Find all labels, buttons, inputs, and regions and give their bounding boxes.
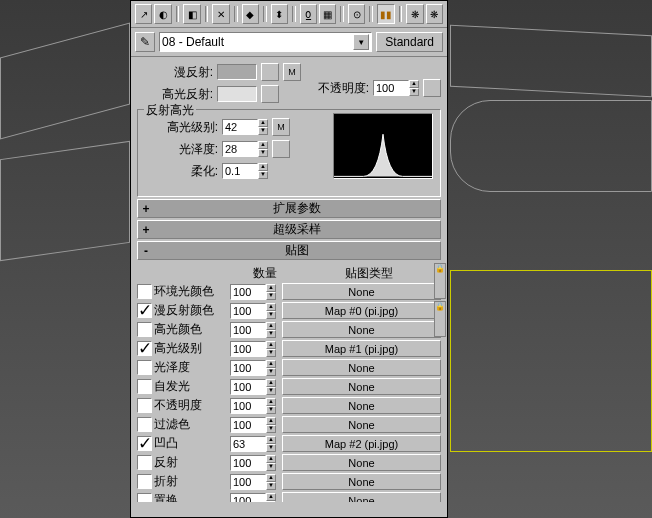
delete-icon[interactable]: ✕ — [212, 4, 229, 24]
opacity-label: 不透明度: — [318, 80, 369, 97]
map-amount-spinner[interactable]: ▲▼ — [230, 341, 280, 357]
rollout-extended[interactable]: + 扩展参数 — [137, 199, 441, 218]
lock-column: 🔒 🔒 — [434, 263, 444, 339]
map-row: 不透明度▲▼None — [137, 396, 441, 415]
material-name-combo[interactable]: 08 - Default ▼ — [159, 32, 372, 52]
map-slot-button[interactable]: None — [282, 378, 441, 395]
options-icon[interactable]: ⊙ — [348, 4, 365, 24]
map-row: 自发光▲▼None — [137, 377, 441, 396]
lock-icon[interactable]: 🔒 — [434, 263, 446, 299]
map-checkbox[interactable] — [137, 455, 152, 470]
glossiness-map-shortcut[interactable] — [272, 140, 290, 158]
map-checkbox[interactable] — [137, 322, 152, 337]
map-checkbox[interactable] — [137, 360, 152, 375]
lock-icon[interactable]: 🔒 — [434, 301, 446, 337]
map-label: 自发光 — [154, 378, 228, 395]
map-checkbox[interactable]: ✓ — [137, 303, 152, 318]
map-checkbox[interactable] — [137, 417, 152, 432]
rollout-maps[interactable]: - 贴图 — [137, 241, 441, 260]
make-unique-icon[interactable]: ◆ — [242, 4, 259, 24]
map-row: 高光颜色▲▼None — [137, 320, 441, 339]
show-end-result-icon[interactable]: ▮▮ — [377, 4, 394, 24]
map-slot-button[interactable]: None — [282, 492, 441, 502]
spec-level-label: 高光级别: — [146, 119, 218, 136]
plus-icon: + — [138, 223, 154, 237]
map-amount-spinner[interactable]: ▲▼ — [230, 474, 280, 490]
map-label: 高光级别 — [154, 340, 228, 357]
map-checkbox[interactable] — [137, 398, 152, 413]
map-row: 过滤色▲▼None — [137, 415, 441, 434]
map-checkbox[interactable] — [137, 474, 152, 489]
soften-label: 柔化: — [146, 163, 218, 180]
plus-icon: + — [138, 202, 154, 216]
map-amount-spinner[interactable]: ▲▼ — [230, 322, 280, 338]
diffuse-map-shortcut[interactable] — [261, 63, 279, 81]
map-row: 反射▲▼None — [137, 453, 441, 472]
spinner-down-icon[interactable]: ▼ — [409, 88, 419, 96]
map-checkbox[interactable] — [137, 493, 152, 502]
map-amount-spinner[interactable]: ▲▼ — [230, 436, 280, 452]
spinner-up-icon[interactable]: ▲ — [409, 80, 419, 88]
spec-level-spinner[interactable]: ▲▼ — [222, 119, 268, 135]
map-amount-spinner[interactable]: ▲▼ — [230, 360, 280, 376]
maps-rollout-body: 数量 贴图类型 环境光颜色▲▼None✓漫反射颜色▲▼Map #0 (pi.jp… — [137, 262, 441, 502]
put-to-scene-icon[interactable]: ◐ — [154, 4, 171, 24]
material-editor-panel: ↗ ◐ ◧ ✕ ◆ ⬍ 0̲ ▦ ⊙ ▮▮ ❋ ❋ ✎ 08 - Default… — [130, 0, 448, 518]
go-sibling-icon[interactable]: ❋ — [426, 4, 443, 24]
map-row: ✓凹凸▲▼Map #2 (pi.jpg) — [137, 434, 441, 453]
assign-icon[interactable]: ◧ — [183, 4, 200, 24]
material-name-bar: ✎ 08 - Default ▼ Standard — [131, 28, 447, 57]
map-label: 折射 — [154, 473, 228, 490]
glossiness-spinner[interactable]: ▲▼ — [222, 141, 268, 157]
go-parent-icon[interactable]: ❋ — [406, 4, 423, 24]
map-slot-button[interactable]: None — [282, 359, 441, 376]
diffuse-swatch[interactable] — [217, 64, 257, 80]
diffuse-map-m-button[interactable]: M — [283, 63, 301, 81]
specular-color-label: 高光反射: — [137, 86, 213, 103]
map-amount-spinner[interactable]: ▲▼ — [230, 284, 280, 300]
map-slot-button[interactable]: Map #0 (pi.jpg) — [282, 302, 441, 319]
show-map-icon[interactable]: ▦ — [319, 4, 336, 24]
spec-level-m-button[interactable]: M — [272, 118, 290, 136]
map-checkbox[interactable] — [137, 379, 152, 394]
map-slot-button[interactable]: None — [282, 397, 441, 414]
map-checkbox[interactable]: ✓ — [137, 341, 152, 356]
map-checkbox[interactable] — [137, 284, 152, 299]
opacity-map-shortcut[interactable] — [423, 79, 441, 97]
material-type-button[interactable]: Standard — [376, 32, 443, 52]
map-slot-button[interactable]: None — [282, 473, 441, 490]
specular-curve-graph — [333, 113, 433, 179]
map-slot-button[interactable]: Map #1 (pi.jpg) — [282, 340, 441, 357]
map-amount-spinner[interactable]: ▲▼ — [230, 417, 280, 433]
map-row: 折射▲▼None — [137, 472, 441, 491]
put-library-icon[interactable]: ⬍ — [271, 4, 288, 24]
map-amount-spinner[interactable]: ▲▼ — [230, 455, 280, 471]
pick-material-icon[interactable]: ✎ — [135, 32, 155, 52]
specular-map-shortcut[interactable] — [261, 85, 279, 103]
map-slot-button[interactable]: None — [282, 454, 441, 471]
map-slot-button[interactable]: Map #2 (pi.jpg) — [282, 435, 441, 452]
map-slot-button[interactable]: None — [282, 283, 441, 300]
map-label: 置换 — [154, 492, 228, 502]
map-amount-spinner[interactable]: ▲▼ — [230, 379, 280, 395]
get-material-icon[interactable]: ↗ — [135, 4, 152, 24]
column-maptype: 贴图类型 — [297, 265, 441, 282]
glossiness-label: 光泽度: — [146, 141, 218, 158]
map-label: 漫反射颜色 — [154, 302, 228, 319]
chevron-down-icon[interactable]: ▼ — [353, 34, 369, 50]
material-id-icon[interactable]: 0̲ — [300, 4, 317, 24]
map-amount-spinner[interactable]: ▲▼ — [230, 303, 280, 319]
map-row: 光泽度▲▼None — [137, 358, 441, 377]
map-amount-spinner[interactable]: ▲▼ — [230, 493, 280, 503]
opacity-input[interactable] — [373, 80, 409, 96]
specular-swatch[interactable] — [217, 86, 257, 102]
map-amount-spinner[interactable]: ▲▼ — [230, 398, 280, 414]
map-slot-button[interactable]: None — [282, 321, 441, 338]
map-row: 环境光颜色▲▼None — [137, 282, 441, 301]
rollout-supersample[interactable]: + 超级采样 — [137, 220, 441, 239]
soften-spinner[interactable]: ▲▼ — [222, 163, 268, 179]
opacity-spinner[interactable]: ▲▼ — [373, 80, 419, 96]
map-checkbox[interactable]: ✓ — [137, 436, 152, 451]
basic-params: 漫反射: M 高光反射: 不透明度: ▲▼ — [131, 57, 447, 107]
map-slot-button[interactable]: None — [282, 416, 441, 433]
